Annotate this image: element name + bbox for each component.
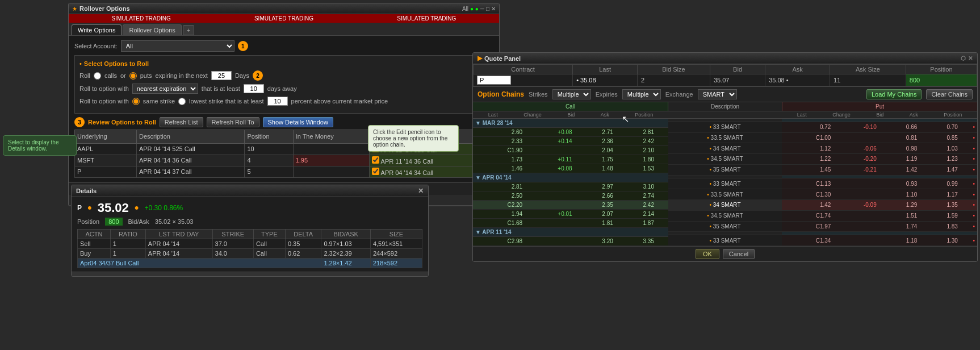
chain-section-headers: Call Description Put bbox=[473, 102, 977, 111]
main-content: Select Account: All 1 Select Options to … bbox=[69, 36, 499, 182]
table-row: P APR 04 '14 37 Call 5 APR 04 '14 34 Cal… bbox=[75, 166, 493, 177]
window-controls: All ● ● ─ □ ✕ bbox=[462, 6, 496, 12]
qh-position: Position bbox=[906, 65, 977, 74]
puts-radio[interactable] bbox=[129, 72, 137, 80]
qp-resize-icon[interactable]: ⬡ bbox=[961, 55, 966, 61]
main-window: ★ Rollover Options All ● ● ─ □ ✕ SIMULAT… bbox=[68, 3, 500, 206]
calls-radio[interactable] bbox=[94, 72, 101, 80]
roll-to-row: Roll to option with nearest expiration t… bbox=[79, 84, 488, 94]
refresh-roll-to-btn[interactable]: Refresh Roll To bbox=[207, 117, 259, 127]
dth-bidask: BID/ASK bbox=[321, 230, 370, 239]
tab-bar: Write Options Rollover Options + bbox=[69, 23, 499, 36]
dth-ratio: RATIO bbox=[110, 230, 145, 239]
same-strike-radio[interactable] bbox=[132, 98, 140, 105]
percent-input[interactable] bbox=[267, 97, 288, 106]
details-table: ACTN RATIO LST TRD DAY STRIKE TYPE DELTA… bbox=[77, 229, 422, 268]
summary-row: Apr04 34/37 Bull Call 1.29×1.42 218×592 bbox=[78, 259, 422, 268]
expiries-select[interactable]: Multiple bbox=[622, 89, 661, 99]
row2-checkbox[interactable] bbox=[372, 156, 379, 164]
refresh-list-btn[interactable]: Refresh List bbox=[160, 117, 203, 127]
badge-2: 2 bbox=[253, 70, 263, 81]
window-all-label: All bbox=[462, 6, 468, 12]
account-select[interactable]: All bbox=[121, 40, 234, 52]
tab-add[interactable]: + bbox=[183, 25, 194, 35]
qh-ask: Ask bbox=[765, 65, 830, 74]
details-change: +0.30 0.86% bbox=[144, 204, 183, 212]
bidask-label: Bid/Ask bbox=[128, 218, 149, 225]
oc-header: Option Chains Strikes Multiple Expiries … bbox=[473, 87, 977, 102]
load-chains-btn[interactable]: Load My Chains bbox=[866, 89, 922, 99]
qp-title-text: Quote Panel bbox=[484, 55, 521, 62]
details-symbol: P bbox=[77, 204, 82, 212]
table-row: Sell 1 APR 04 '14 37.0 Call 0.35 0.97×1.… bbox=[78, 239, 422, 249]
option-chains-section: Option Chains Strikes Multiple Expiries … bbox=[473, 87, 977, 246]
badge-3: 3 bbox=[74, 117, 85, 127]
simulated-bar: SIMULATED TRADING SIMULATED TRADING SIMU… bbox=[69, 14, 499, 23]
roll-type-row: Roll calls or puts expiring in the next … bbox=[79, 70, 488, 81]
section-title: Select Options to Roll bbox=[79, 60, 488, 67]
qp-controls: ⬡ ✕ bbox=[961, 55, 973, 61]
strike-row: Roll to option with same strike lowest s… bbox=[79, 97, 488, 106]
dth-strike: STRIKE bbox=[212, 230, 253, 239]
ok-cancel-bar: OK Cancel bbox=[473, 246, 977, 261]
bidask-value: 35.02 × 35.03 bbox=[155, 218, 194, 225]
chain-col-labels: Last Change Bid Ask Position Last Change… bbox=[473, 111, 977, 119]
tab-rollover-options[interactable]: Rollover Options bbox=[123, 24, 181, 35]
tooltip-edit-pencil: Click the Edit pencil icon to choose a n… bbox=[368, 125, 459, 152]
roll-label: Roll bbox=[79, 72, 90, 79]
chain-put-table: 0.72 -0.10 0.66 0.70 • C1.00 0.81 0.85 •… bbox=[782, 119, 977, 246]
cancel-btn[interactable]: Cancel bbox=[723, 249, 755, 259]
qh-asksize: Ask Size bbox=[830, 65, 906, 74]
days-away-input[interactable] bbox=[244, 84, 264, 93]
call-header: Call bbox=[473, 102, 668, 111]
maximize-btn[interactable]: □ bbox=[486, 6, 489, 12]
go-indicator: ● ● bbox=[470, 6, 479, 12]
ok-btn[interactable]: OK bbox=[696, 249, 719, 259]
details-scrollbar[interactable] bbox=[72, 272, 428, 276]
show-details-btn[interactable]: Show Details Window bbox=[263, 117, 333, 127]
chain-desc-table: • 33 SMART • 33.5 SMART • 34 SMART • 34.… bbox=[668, 119, 782, 246]
qp-title-bar: ▶ Quote Panel ⬡ ✕ bbox=[473, 53, 977, 64]
qh-contract: Contract bbox=[474, 65, 573, 74]
pos-value: 800 bbox=[105, 218, 122, 226]
details-content: P • 35.02 • +0.30 0.86% Position 800 Bid… bbox=[72, 197, 428, 272]
desc-header: Description bbox=[668, 102, 782, 111]
quote-data-row: • 35.08 2 35.07 35.08 • 11 800 bbox=[474, 74, 977, 86]
quote-panel: ▶ Quote Panel ⬡ ✕ Contract Last Bid Size… bbox=[472, 52, 978, 262]
clear-chains-btn[interactable]: Clear Chains bbox=[926, 89, 973, 99]
strikes-select[interactable]: Multiple bbox=[552, 89, 591, 99]
table-row: Buy 1 APR 04 '14 34.0 Call 0.62 2.32×2.3… bbox=[78, 249, 422, 259]
dth-type: TYPE bbox=[253, 230, 285, 239]
table-row: MSFT APR 04 '14 36 Call 4 1.95 APR 11 '1… bbox=[75, 155, 493, 166]
details-close-btn[interactable]: ✕ bbox=[418, 187, 424, 195]
expiries-label: Expiries bbox=[596, 91, 618, 98]
details-dot: • bbox=[87, 201, 92, 215]
col-position: Position bbox=[245, 130, 293, 144]
lowest-strike-radio[interactable] bbox=[178, 98, 186, 105]
select-account-row: Select Account: All 1 bbox=[74, 40, 493, 52]
details-price: 35.02 bbox=[98, 201, 129, 215]
cursor: ↖ bbox=[622, 114, 629, 124]
expiration-select[interactable]: nearest expiration bbox=[132, 84, 198, 94]
put-header: Put bbox=[782, 102, 977, 111]
tab-write-options[interactable]: Write Options bbox=[72, 24, 122, 35]
oc-title: Option Chains bbox=[478, 90, 524, 98]
quote-row-container: Contract Last Bid Size Bid Ask Ask Size … bbox=[473, 64, 977, 87]
exchange-select[interactable]: SMART bbox=[698, 89, 737, 99]
col-money: In The Money bbox=[293, 130, 370, 144]
close-btn[interactable]: ✕ bbox=[491, 6, 496, 12]
qp-close-icon[interactable]: ✕ bbox=[968, 55, 973, 61]
app-icon: ★ bbox=[72, 6, 77, 12]
details-price-row: P • 35.02 • +0.30 0.86% bbox=[77, 201, 422, 215]
days-input[interactable] bbox=[211, 71, 232, 80]
minimize-btn[interactable]: ─ bbox=[480, 6, 484, 12]
badge-1: 1 bbox=[238, 41, 248, 51]
dth-actn: ACTN bbox=[78, 230, 111, 239]
details-price-dot: • bbox=[135, 201, 139, 215]
symbol-input[interactable] bbox=[477, 76, 511, 85]
row3-checkbox[interactable] bbox=[372, 168, 379, 175]
dth-delta: DELTA bbox=[285, 230, 321, 239]
review-label: Review Options to Roll bbox=[88, 119, 156, 126]
qh-last: Last bbox=[573, 65, 638, 74]
title-bar: ★ Rollover Options All ● ● ─ □ ✕ bbox=[69, 3, 499, 14]
